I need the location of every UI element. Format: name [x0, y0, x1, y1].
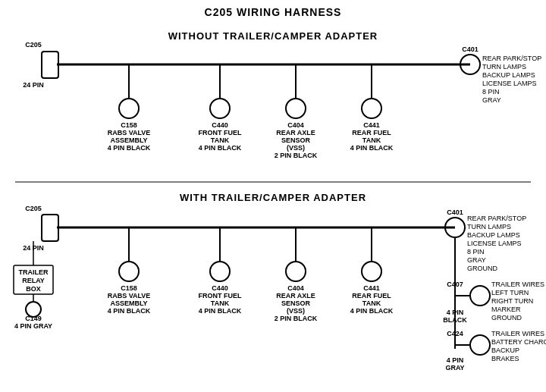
c407-color: BLACK [443, 316, 467, 324]
top-c158-id: C158 [121, 121, 137, 129]
top-right-desc1: REAR PARK/STOP [482, 55, 541, 62]
bot-c440-id: C440 [212, 284, 228, 292]
top-c440-id: C440 [212, 121, 228, 129]
svg-point-27 [210, 262, 230, 281]
c424-desc4: BRAKES [491, 355, 519, 362]
bot-c440-desc3: 4 PIN BLACK [199, 307, 242, 315]
top-c404-desc2: SENSOR [281, 136, 311, 144]
top-right-desc3: BACKUP LAMPS [482, 71, 535, 79]
bot-c158-desc1: RABS VALVE [108, 292, 151, 299]
top-left-24pin: 24 PIN [23, 81, 44, 89]
trailer-relay-box-line3: BOX [26, 285, 41, 293]
top-right-c401-id: C401 [462, 45, 479, 53]
top-c158-desc1: RABS VALVE [108, 129, 151, 136]
c149-id: C149 [25, 315, 42, 322]
bot-c401-desc3: BACKUP LAMPS [467, 231, 520, 239]
bot-c441-desc1: REAR FUEL [352, 292, 391, 299]
svg-point-25 [119, 262, 139, 281]
c407-desc5: GROUND [491, 314, 522, 321]
bot-c158-desc2: ASSEMBLY [110, 299, 147, 307]
bot-left-c205-id: C205 [25, 205, 42, 212]
bot-c440-desc2: TANK [211, 299, 230, 307]
c424-id: C424 [447, 330, 463, 337]
bot-c404-id: C404 [287, 284, 304, 292]
bot-c401-color: GRAY [467, 256, 486, 264]
c149-pin: 4 PIN GRAY [14, 322, 52, 330]
bot-c401-desc2: TURN LAMPS [467, 223, 511, 230]
bot-right-c401-id: C401 [447, 209, 463, 216]
svg-point-6 [210, 99, 230, 118]
top-c441-desc1: REAR FUEL [352, 129, 391, 136]
top-c441-desc2: TANK [362, 136, 381, 144]
bottom-section-title: WITH TRAILER/CAMPER ADAPTER [180, 192, 366, 203]
bot-c440-desc1: FRONT FUEL [199, 292, 242, 299]
c424-pin: 4 PIN [447, 356, 464, 364]
bot-c404-desc1: REAR AXLE [276, 292, 315, 299]
svg-rect-13 [42, 215, 58, 241]
bot-c404-desc4: 2 PIN BLACK [275, 315, 318, 322]
svg-point-4 [119, 99, 139, 118]
top-c441-desc3: 4 PIN BLACK [350, 144, 394, 152]
top-c158-desc3: 4 PIN BLACK [108, 144, 151, 152]
c407-id: C407 [447, 281, 463, 288]
top-right-desc4: LICENSE LAMPS [482, 80, 537, 87]
c407-desc3: RIGHT TURN [491, 297, 533, 305]
bot-c441-id: C441 [363, 284, 380, 292]
top-c404-desc3: (VSS) [287, 144, 305, 152]
diagram-container: C205 WIRING HARNESS WITHOUT TRAILER/CAMP… [0, 0, 546, 392]
svg-point-29 [286, 262, 306, 281]
bot-c158-desc3: 4 PIN BLACK [108, 307, 151, 315]
bot-c158-id: C158 [121, 284, 137, 292]
svg-point-23 [470, 335, 490, 355]
top-right-color: GRAY [482, 96, 501, 104]
c424-desc1: TRAILER WIRES [491, 330, 544, 337]
top-right-desc2: TURN LAMPS [482, 63, 526, 71]
c407-desc1: TRAILER WIRES [491, 281, 544, 288]
bot-c404-desc3: (VSS) [287, 307, 305, 315]
svg-point-21 [470, 286, 490, 306]
svg-rect-1 [42, 52, 58, 78]
trailer-relay-box-line2: RELAY [22, 277, 45, 284]
bot-c441-desc2: TANK [362, 299, 381, 307]
bot-c401-desc1: REAR PARK/STOP [467, 215, 526, 222]
top-c440-desc2: TANK [211, 136, 230, 144]
top-c404-desc4: 2 PIN BLACK [275, 152, 318, 159]
c424-color: GRAY [445, 364, 464, 372]
top-c440-desc3: 4 PIN BLACK [199, 144, 242, 152]
bot-c401-pin: 8 PIN [467, 248, 485, 256]
bot-c401-desc4: LICENSE LAMPS [467, 240, 522, 247]
c407-desc2: LEFT TURN [491, 289, 529, 296]
top-c404-desc1: REAR AXLE [276, 129, 315, 136]
svg-point-10 [362, 99, 381, 118]
svg-point-31 [362, 262, 381, 281]
c407-desc4: MARKER [491, 306, 521, 313]
top-section-title: WITHOUT TRAILER/CAMPER ADAPTER [168, 30, 378, 42]
trailer-relay-box-line1: TRAILER [19, 268, 49, 276]
c424-desc2: BATTERY CHARGE [491, 338, 546, 346]
c407-pin: 4 PIN [447, 309, 464, 316]
bot-c401-ground: GROUND [467, 265, 497, 272]
svg-point-8 [286, 99, 306, 118]
top-left-c205-id: C205 [25, 41, 42, 49]
top-c158-desc2: ASSEMBLY [110, 136, 147, 144]
top-c404-id: C404 [287, 121, 304, 129]
bot-c441-desc3: 4 PIN BLACK [350, 307, 394, 315]
c424-desc3: BACKUP [491, 347, 519, 354]
top-c441-id: C441 [363, 121, 380, 129]
top-right-pinlabel: 8 PIN [482, 88, 500, 96]
bot-c404-desc2: SENSOR [281, 299, 311, 307]
top-c440-desc1: FRONT FUEL [199, 129, 242, 136]
